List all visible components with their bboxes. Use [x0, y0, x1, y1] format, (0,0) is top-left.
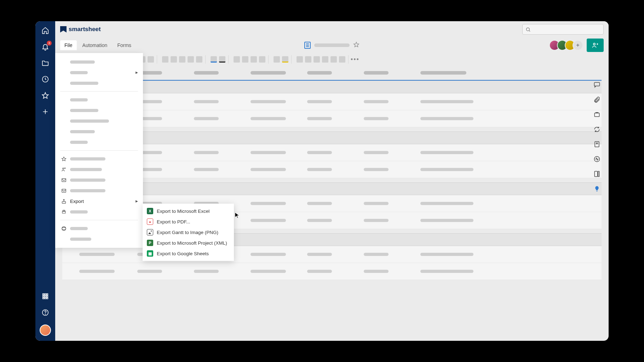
attachments-icon[interactable] — [593, 96, 601, 104]
user-avatar[interactable] — [40, 325, 51, 336]
cell[interactable] — [194, 168, 219, 171]
file-menu-item[interactable] — [55, 164, 143, 175]
file-menu-item[interactable] — [55, 94, 143, 105]
file-menu-item[interactable] — [55, 223, 143, 234]
avatar-stack[interactable]: + — [549, 40, 583, 51]
search-input[interactable] — [522, 24, 604, 35]
export-pdf[interactable]: ▲ Export to PDF... — [143, 216, 234, 227]
file-menu-item[interactable]: ▶ — [55, 67, 143, 78]
cell[interactable] — [420, 253, 473, 256]
toolbar-button[interactable] — [188, 56, 194, 63]
favorite-toggle[interactable] — [353, 41, 360, 49]
toolbar-button[interactable] — [162, 56, 168, 63]
toolbar-button[interactable] — [251, 56, 257, 63]
toolbar-button[interactable] — [314, 56, 320, 63]
file-menu-item[interactable] — [55, 137, 143, 147]
publish-icon[interactable] — [593, 141, 601, 148]
document-title[interactable] — [314, 43, 350, 47]
summary-icon[interactable] — [593, 170, 601, 178]
toolbar-more-icon[interactable]: ••• — [351, 56, 360, 63]
toolbar-button[interactable] — [234, 56, 240, 63]
toolbar-button[interactable] — [259, 56, 265, 63]
brand-logo[interactable]: smartsheet — [60, 26, 101, 33]
export-ms-project[interactable]: P Export to Microsoft Project (XML) — [143, 238, 234, 248]
file-menu-item[interactable] — [55, 185, 143, 196]
file-menu-item[interactable] — [55, 116, 143, 126]
proofs-icon[interactable] — [593, 111, 601, 119]
tips-icon[interactable] — [593, 185, 601, 193]
cell[interactable] — [307, 168, 332, 171]
toolbar-button[interactable] — [148, 56, 154, 63]
section-row[interactable]: ▼ — [62, 132, 602, 144]
cell[interactable] — [194, 151, 219, 154]
home-icon[interactable] — [41, 26, 50, 35]
column-header[interactable] — [251, 71, 286, 75]
cell[interactable] — [420, 151, 473, 154]
cell[interactable] — [194, 270, 219, 273]
table-row[interactable] — [62, 93, 602, 110]
cell[interactable] — [251, 219, 286, 222]
column-header[interactable] — [364, 71, 389, 75]
cell[interactable] — [307, 270, 332, 273]
file-menu-item[interactable] — [55, 234, 143, 244]
toolbar-button[interactable] — [242, 56, 248, 63]
cell[interactable] — [364, 100, 389, 103]
toolbar-button[interactable] — [219, 56, 225, 63]
toolbar-button[interactable] — [196, 56, 202, 63]
apps-icon[interactable] — [41, 292, 50, 300]
section-row[interactable]: ▼ — [62, 182, 602, 195]
share-button[interactable] — [587, 39, 604, 52]
file-menu-item[interactable] — [55, 105, 143, 116]
cell[interactable] — [251, 100, 286, 103]
file-menu-export[interactable]: Export ▶ — [55, 196, 143, 206]
cell[interactable] — [79, 253, 115, 256]
cell[interactable] — [364, 151, 389, 154]
table-row[interactable] — [62, 144, 602, 161]
cell[interactable] — [307, 100, 332, 103]
file-menu-item[interactable] — [55, 153, 143, 164]
cell[interactable] — [307, 151, 332, 154]
cell[interactable] — [307, 253, 332, 256]
file-menu-item[interactable] — [55, 126, 143, 137]
cell[interactable] — [364, 270, 389, 273]
notifications-icon[interactable]: 3 — [41, 42, 50, 51]
toolbar-button[interactable] — [330, 56, 337, 63]
export-excel[interactable]: X Export to Microsoft Excel — [143, 206, 234, 216]
cell[interactable] — [420, 100, 473, 103]
cell[interactable] — [194, 100, 219, 103]
cell[interactable] — [420, 117, 473, 120]
add-icon[interactable] — [41, 107, 50, 116]
cell[interactable] — [420, 270, 473, 273]
menu-tab-automation[interactable]: Automation — [78, 40, 112, 50]
cell[interactable] — [251, 202, 286, 205]
column-header[interactable] — [420, 71, 466, 75]
cell[interactable] — [307, 202, 332, 205]
toolbar-button[interactable] — [297, 56, 303, 63]
cell[interactable] — [420, 168, 473, 171]
file-menu-item[interactable] — [55, 78, 143, 88]
cell[interactable] — [364, 117, 389, 120]
cell[interactable] — [137, 270, 162, 273]
comments-icon[interactable] — [593, 81, 601, 89]
export-gantt-image[interactable]: Export Gantt to Image (PNG) — [143, 227, 234, 238]
column-header[interactable] — [307, 71, 332, 75]
file-menu-item[interactable] — [55, 57, 143, 67]
menu-tab-forms[interactable]: Forms — [113, 40, 136, 50]
toolbar-button[interactable] — [305, 56, 311, 63]
recents-icon[interactable] — [41, 75, 50, 83]
menu-tab-file[interactable]: File — [60, 40, 77, 50]
column-header[interactable] — [194, 71, 219, 75]
export-google-sheets[interactable]: ▦ Export to Google Sheets — [143, 248, 234, 259]
cell[interactable] — [251, 117, 286, 120]
cell[interactable] — [307, 117, 332, 120]
toolbar-button[interactable] — [211, 56, 217, 63]
toolbar-button[interactable] — [171, 56, 177, 63]
cell[interactable] — [364, 253, 389, 256]
update-requests-icon[interactable] — [593, 126, 601, 134]
toolbar-button[interactable] — [282, 56, 288, 63]
cell[interactable] — [79, 270, 115, 273]
table-row[interactable] — [62, 161, 602, 178]
cell[interactable] — [420, 219, 473, 222]
help-icon[interactable] — [41, 308, 50, 317]
activity-log-icon[interactable] — [593, 156, 601, 163]
